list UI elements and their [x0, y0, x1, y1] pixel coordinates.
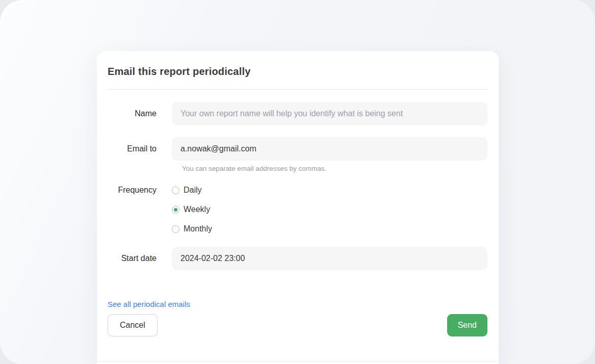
radio-option-weekly[interactable]: Weekly: [172, 203, 487, 216]
start-date-row: Start date: [97, 247, 499, 270]
app-screen: Email this report periodically Name Emai…: [0, 0, 595, 364]
modal-title: Email this report periodically: [97, 51, 499, 89]
report-name-input[interactable]: [172, 102, 487, 125]
email-to-row: Email to You can separate email addresse…: [97, 137, 499, 172]
radio-label-weekly: Weekly: [184, 205, 210, 214]
see-all-periodical-emails-link[interactable]: See all periodical emails: [108, 300, 190, 308]
start-date-label: Start date: [97, 247, 157, 270]
modal-footer: Cancel Send: [108, 314, 487, 336]
name-label: Name: [97, 102, 157, 125]
radio-selected-icon[interactable]: [172, 206, 179, 214]
start-date-input[interactable]: [172, 247, 487, 270]
radio-option-daily[interactable]: Daily: [172, 184, 487, 196]
frequency-row: Frequency Daily Weekly Mo: [97, 184, 499, 235]
start-date-field-wrap: [172, 247, 487, 270]
email-report-form: Name Email to You can separate email add…: [97, 90, 499, 336]
email-report-modal: Email this report periodically Name Emai…: [97, 51, 499, 364]
email-to-field-wrap: You can separate email addresses by comm…: [172, 137, 487, 172]
name-row: Name: [97, 102, 499, 125]
email-helper-text: You can separate email addresses by comm…: [182, 165, 487, 172]
frequency-field-wrap: Daily Weekly Monthly: [172, 184, 487, 235]
radio-label-daily: Daily: [184, 186, 202, 195]
link-row: See all periodical emails: [108, 300, 499, 309]
radio-option-monthly[interactable]: Monthly: [172, 223, 487, 235]
modal-bottom-divider: [97, 361, 499, 361]
radio-label-monthly: Monthly: [184, 224, 212, 233]
frequency-label: Frequency: [97, 184, 157, 196]
name-field-wrap: [172, 102, 487, 125]
email-to-label: Email to: [97, 137, 157, 161]
frequency-radio-group: Daily Weekly Monthly: [172, 184, 487, 235]
radio-icon[interactable]: [172, 187, 179, 194]
send-button[interactable]: Send: [447, 314, 487, 336]
email-to-input[interactable]: [172, 137, 487, 161]
cancel-button[interactable]: Cancel: [108, 314, 158, 336]
radio-icon[interactable]: [172, 225, 179, 233]
